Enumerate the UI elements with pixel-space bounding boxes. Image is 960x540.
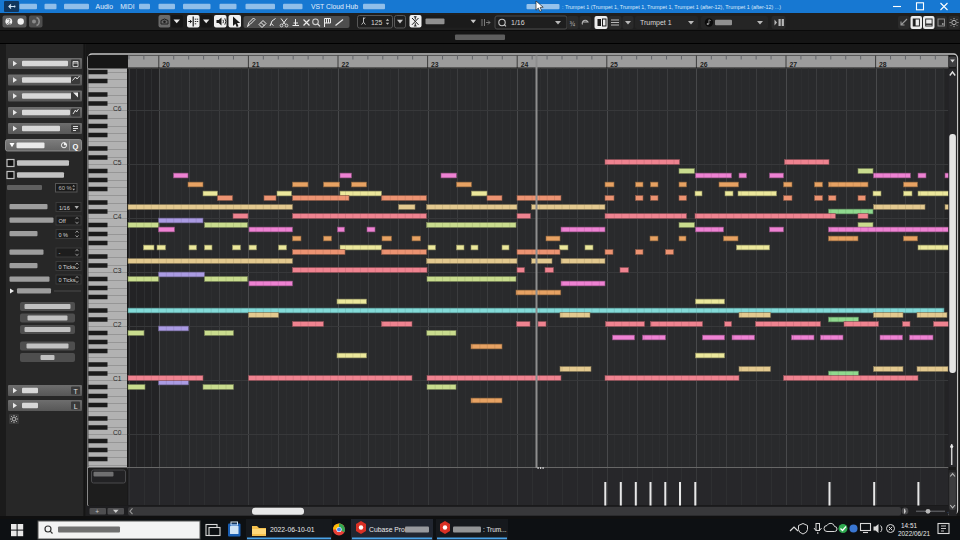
- svg-text:: Trumpet 1 (Trumpet 1, Trumpe: : Trumpet 1 (Trumpet 1, Trumpet 1, Trump…: [562, 4, 781, 10]
- svg-text:60 %: 60 %: [59, 185, 72, 191]
- svg-text:C0: C0: [113, 429, 122, 436]
- svg-text:28: 28: [879, 61, 887, 68]
- svg-text:1/16: 1/16: [511, 19, 525, 26]
- svg-text:VST Cloud: VST Cloud: [311, 3, 344, 10]
- svg-text:22: 22: [342, 61, 350, 68]
- svg-text:25: 25: [610, 61, 618, 68]
- svg-text:20: 20: [162, 61, 170, 68]
- svg-text:0 %: 0 %: [59, 232, 69, 238]
- svg-text:C5: C5: [113, 159, 122, 166]
- svg-text:Off: Off: [59, 218, 67, 224]
- svg-text:2022-06-10-01: 2022-06-10-01: [270, 526, 315, 533]
- svg-text:0 Ticks: 0 Ticks: [59, 264, 76, 270]
- svg-text:C2: C2: [113, 321, 122, 328]
- svg-text:0 Ticks: 0 Ticks: [59, 277, 76, 283]
- svg-text:Hub: Hub: [346, 3, 359, 10]
- svg-text:C4: C4: [113, 213, 122, 220]
- svg-text:C1: C1: [113, 375, 122, 382]
- svg-text:2022/06/21: 2022/06/21: [898, 530, 930, 537]
- svg-text:125: 125: [371, 19, 383, 26]
- svg-text:26: 26: [700, 61, 708, 68]
- svg-text:C6: C6: [113, 105, 122, 112]
- svg-text:MIDI: MIDI: [120, 3, 134, 10]
- svg-text:21: 21: [252, 61, 260, 68]
- svg-text:+: +: [95, 508, 99, 515]
- svg-text:C3: C3: [113, 267, 122, 274]
- svg-text:¾: ¾: [570, 20, 576, 27]
- svg-text:1/16: 1/16: [59, 205, 70, 211]
- svg-text:27: 27: [790, 61, 798, 68]
- svg-text:Trumpet 1: Trumpet 1: [640, 19, 672, 27]
- svg-text:24: 24: [521, 61, 529, 68]
- svg-text:Cubase Pro: Cubase Pro: [369, 526, 405, 533]
- svg-text:14:51: 14:51: [901, 522, 917, 529]
- svg-text:Audio: Audio: [96, 3, 114, 10]
- svg-text:L: L: [74, 403, 78, 410]
- svg-text:-: -: [59, 250, 61, 256]
- svg-text:T: T: [74, 388, 79, 395]
- svg-text:Q: Q: [73, 142, 79, 151]
- svg-text:23: 23: [431, 61, 439, 68]
- svg-text:: Trum...: : Trum...: [483, 526, 507, 533]
